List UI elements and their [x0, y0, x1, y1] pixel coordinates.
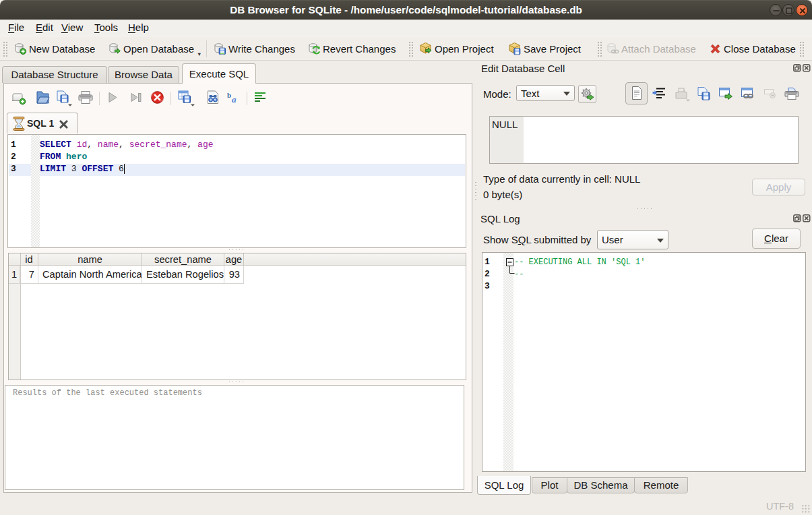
svg-text:a: a: [232, 94, 237, 104]
svg-text:b: b: [227, 91, 231, 99]
